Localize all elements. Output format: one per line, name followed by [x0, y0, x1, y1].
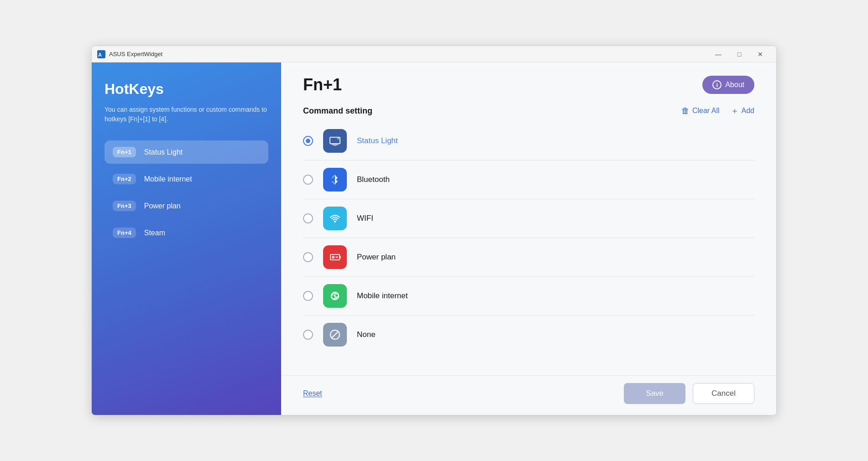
sidebar-item-fn2[interactable]: Fn+2 Mobile internet: [105, 167, 268, 191]
titlebar-controls: — □ ✕: [708, 46, 771, 62]
radio-bluetooth[interactable]: [303, 175, 313, 185]
sidebar-label-fn1: Status Light: [144, 148, 183, 156]
label-bluetooth: Bluetooth: [357, 175, 390, 184]
info-icon: i: [712, 80, 722, 89]
app-logo-icon: A: [97, 50, 105, 58]
sidebar-items: Fn+1 Status Light Fn+2 Mobile internet F…: [105, 140, 268, 244]
svg-line-15: [332, 332, 338, 338]
footer-actions: Save Cancel: [624, 383, 754, 404]
svg-point-6: [337, 138, 339, 140]
panel-heading: Fn+1: [303, 75, 342, 94]
sidebar-key-fn2: Fn+2: [113, 174, 136, 184]
sidebar-key-fn3: Fn+3: [113, 201, 136, 211]
svg-text:A: A: [98, 52, 102, 57]
titlebar-title: ASUS ExpertWidget: [109, 51, 708, 57]
radio-wifi[interactable]: [303, 213, 313, 223]
command-bar: Command setting 🗑 Clear All ＋ Add: [281, 94, 776, 122]
svg-rect-10: [332, 256, 335, 259]
sidebar-item-fn4[interactable]: Fn+4 Steam: [105, 221, 268, 244]
maximize-button[interactable]: □: [729, 46, 750, 62]
sidebar-item-fn1[interactable]: Fn+1 Status Light: [105, 140, 268, 164]
sidebar-item-fn3[interactable]: Fn+3 Power plan: [105, 194, 268, 218]
sidebar-key-fn1: Fn+1: [113, 147, 136, 157]
plus-icon: ＋: [731, 105, 739, 116]
icon-none: [323, 323, 347, 347]
label-status-light: Status Light: [357, 136, 398, 145]
add-label: Add: [742, 107, 754, 115]
titlebar: A ASUS ExpertWidget — □ ✕: [92, 46, 776, 62]
right-panel: Fn+1 i About Command setting 🗑 Clear All…: [281, 62, 776, 415]
label-none: None: [357, 330, 376, 339]
sidebar-label-fn2: Mobile internet: [144, 175, 192, 183]
sidebar-label-fn3: Power plan: [144, 202, 181, 210]
svg-rect-12: [335, 256, 338, 258]
sidebar-key-fn4: Fn+4: [113, 228, 136, 238]
sidebar-description: You can assign system functions or custo…: [105, 105, 268, 124]
radio-mobile-internet[interactable]: [303, 291, 313, 301]
command-setting-title: Command setting: [303, 106, 372, 116]
icon-bluetooth: [323, 168, 347, 192]
add-button[interactable]: ＋ Add: [731, 105, 754, 116]
icon-power-plan: [323, 245, 347, 269]
app-window: A ASUS ExpertWidget — □ ✕ HotKeys You ca…: [91, 46, 777, 415]
close-button[interactable]: ✕: [750, 46, 771, 62]
svg-rect-11: [340, 256, 341, 259]
sidebar-title: HotKeys: [105, 81, 268, 98]
option-row-bluetooth[interactable]: Bluetooth: [303, 161, 754, 199]
svg-point-7: [334, 221, 336, 223]
reset-button[interactable]: Reset: [303, 389, 322, 398]
options-list: Status Light Bluetooth: [281, 122, 776, 375]
icon-status-light: [323, 129, 347, 153]
radio-none[interactable]: [303, 330, 313, 340]
about-label: About: [725, 81, 744, 89]
save-button[interactable]: Save: [624, 383, 685, 404]
panel-header: Fn+1 i About: [281, 62, 776, 94]
clear-all-label: Clear All: [692, 107, 720, 115]
option-row-none[interactable]: None: [303, 316, 754, 354]
sidebar-label-fn4: Steam: [144, 229, 165, 237]
sidebar: HotKeys You can assign system functions …: [92, 62, 281, 415]
label-mobile-internet: Mobile internet: [357, 291, 408, 300]
option-row-mobile-internet[interactable]: Mobile internet: [303, 277, 754, 316]
radio-dot-status-light: [306, 139, 310, 143]
option-row-wifi[interactable]: WIFI: [303, 199, 754, 238]
icon-wifi: [323, 207, 347, 230]
clear-all-button[interactable]: 🗑 Clear All: [681, 106, 720, 116]
icon-mobile-internet: [323, 284, 347, 308]
trash-icon: 🗑: [681, 106, 690, 116]
command-bar-actions: 🗑 Clear All ＋ Add: [681, 105, 754, 116]
svg-rect-5: [333, 145, 337, 146]
option-row-power-plan[interactable]: Power plan: [303, 238, 754, 277]
radio-status-light[interactable]: [303, 136, 313, 146]
minimize-button[interactable]: —: [708, 46, 729, 62]
main-content: HotKeys You can assign system functions …: [92, 62, 776, 415]
svg-rect-4: [331, 144, 339, 145]
label-power-plan: Power plan: [357, 253, 396, 262]
radio-power-plan[interactable]: [303, 252, 313, 262]
label-wifi: WIFI: [357, 214, 373, 223]
cancel-button[interactable]: Cancel: [693, 383, 754, 404]
option-row-status-light[interactable]: Status Light: [303, 122, 754, 161]
about-button[interactable]: i About: [702, 76, 754, 94]
panel-footer: Reset Save Cancel: [281, 375, 776, 415]
